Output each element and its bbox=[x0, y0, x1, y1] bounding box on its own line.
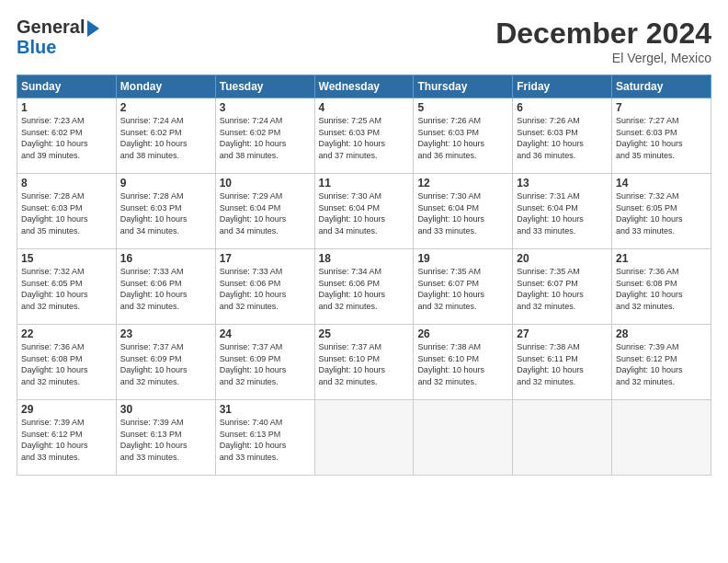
day-info: Sunrise: 7:38 AM Sunset: 6:10 PM Dayligh… bbox=[417, 341, 508, 387]
day-number: 7 bbox=[616, 101, 707, 114]
col-sunday: Sunday bbox=[17, 75, 117, 98]
day-number: 1 bbox=[21, 101, 112, 114]
day-number: 5 bbox=[417, 101, 508, 114]
header: General Blue December 2024 El Vergel, Me… bbox=[17, 17, 711, 65]
calendar-cell: 30Sunrise: 7:39 AM Sunset: 6:13 PM Dayli… bbox=[116, 400, 215, 476]
calendar-week-4: 29Sunrise: 7:39 AM Sunset: 6:12 PM Dayli… bbox=[17, 400, 711, 476]
calendar-cell bbox=[612, 400, 711, 476]
logo-general: General bbox=[17, 17, 85, 37]
day-number: 23 bbox=[120, 327, 211, 340]
calendar-week-3: 22Sunrise: 7:36 AM Sunset: 6:08 PM Dayli… bbox=[17, 325, 711, 400]
day-number: 28 bbox=[616, 327, 707, 340]
col-wednesday: Wednesday bbox=[314, 75, 414, 98]
day-number: 20 bbox=[517, 252, 608, 265]
calendar-cell: 22Sunrise: 7:36 AM Sunset: 6:08 PM Dayli… bbox=[17, 325, 117, 400]
calendar-cell bbox=[314, 400, 414, 476]
day-number: 17 bbox=[220, 252, 311, 265]
calendar-cell: 2Sunrise: 7:24 AM Sunset: 6:02 PM Daylig… bbox=[116, 98, 215, 174]
calendar-week-1: 8Sunrise: 7:28 AM Sunset: 6:03 PM Daylig… bbox=[17, 174, 711, 249]
calendar-cell: 5Sunrise: 7:26 AM Sunset: 6:03 PM Daylig… bbox=[414, 98, 513, 174]
day-info: Sunrise: 7:36 AM Sunset: 6:08 PM Dayligh… bbox=[616, 266, 707, 312]
calendar-cell: 16Sunrise: 7:33 AM Sunset: 6:06 PM Dayli… bbox=[116, 249, 215, 325]
day-info: Sunrise: 7:31 AM Sunset: 6:04 PM Dayligh… bbox=[517, 190, 608, 236]
calendar: Sunday Monday Tuesday Wednesday Thursday… bbox=[17, 75, 711, 476]
day-number: 29 bbox=[21, 403, 112, 416]
day-number: 31 bbox=[220, 403, 311, 416]
calendar-cell: 10Sunrise: 7:29 AM Sunset: 6:04 PM Dayli… bbox=[215, 174, 314, 249]
day-info: Sunrise: 7:24 AM Sunset: 6:02 PM Dayligh… bbox=[220, 115, 311, 161]
day-info: Sunrise: 7:30 AM Sunset: 6:04 PM Dayligh… bbox=[319, 190, 410, 236]
calendar-cell: 20Sunrise: 7:35 AM Sunset: 6:07 PM Dayli… bbox=[513, 249, 612, 325]
calendar-cell: 19Sunrise: 7:35 AM Sunset: 6:07 PM Dayli… bbox=[414, 249, 513, 325]
logo-blue: Blue bbox=[17, 37, 99, 57]
calendar-cell: 26Sunrise: 7:38 AM Sunset: 6:10 PM Dayli… bbox=[414, 325, 513, 400]
day-info: Sunrise: 7:37 AM Sunset: 6:09 PM Dayligh… bbox=[120, 341, 211, 387]
calendar-cell: 18Sunrise: 7:34 AM Sunset: 6:06 PM Dayli… bbox=[314, 249, 414, 325]
day-number: 13 bbox=[517, 177, 608, 190]
day-info: Sunrise: 7:39 AM Sunset: 6:12 PM Dayligh… bbox=[21, 417, 112, 463]
day-info: Sunrise: 7:35 AM Sunset: 6:07 PM Dayligh… bbox=[517, 266, 608, 312]
day-info: Sunrise: 7:23 AM Sunset: 6:02 PM Dayligh… bbox=[21, 115, 112, 161]
logo-text: General Blue bbox=[17, 17, 99, 57]
day-info: Sunrise: 7:39 AM Sunset: 6:12 PM Dayligh… bbox=[616, 341, 707, 387]
day-number: 24 bbox=[220, 327, 311, 340]
day-number: 30 bbox=[120, 403, 211, 416]
calendar-cell: 17Sunrise: 7:33 AM Sunset: 6:06 PM Dayli… bbox=[215, 249, 314, 325]
calendar-cell: 29Sunrise: 7:39 AM Sunset: 6:12 PM Dayli… bbox=[17, 400, 117, 476]
location: El Vergel, Mexico bbox=[495, 51, 711, 65]
day-info: Sunrise: 7:28 AM Sunset: 6:03 PM Dayligh… bbox=[120, 190, 211, 236]
col-monday: Monday bbox=[116, 75, 215, 98]
calendar-header-row: Sunday Monday Tuesday Wednesday Thursday… bbox=[17, 75, 711, 98]
calendar-cell: 31Sunrise: 7:40 AM Sunset: 6:13 PM Dayli… bbox=[215, 400, 314, 476]
calendar-week-0: 1Sunrise: 7:23 AM Sunset: 6:02 PM Daylig… bbox=[17, 98, 711, 174]
day-number: 3 bbox=[220, 101, 311, 114]
day-number: 21 bbox=[616, 252, 707, 265]
day-info: Sunrise: 7:36 AM Sunset: 6:08 PM Dayligh… bbox=[21, 341, 112, 387]
calendar-cell: 23Sunrise: 7:37 AM Sunset: 6:09 PM Dayli… bbox=[116, 325, 215, 400]
day-number: 26 bbox=[417, 327, 508, 340]
day-info: Sunrise: 7:33 AM Sunset: 6:06 PM Dayligh… bbox=[220, 266, 311, 312]
logo-arrow-icon bbox=[87, 20, 99, 37]
calendar-cell: 21Sunrise: 7:36 AM Sunset: 6:08 PM Dayli… bbox=[612, 249, 711, 325]
calendar-cell: 27Sunrise: 7:38 AM Sunset: 6:11 PM Dayli… bbox=[513, 325, 612, 400]
calendar-cell: 3Sunrise: 7:24 AM Sunset: 6:02 PM Daylig… bbox=[215, 98, 314, 174]
day-info: Sunrise: 7:26 AM Sunset: 6:03 PM Dayligh… bbox=[417, 115, 508, 161]
day-info: Sunrise: 7:28 AM Sunset: 6:03 PM Dayligh… bbox=[21, 190, 112, 236]
day-number: 6 bbox=[517, 101, 608, 114]
day-number: 4 bbox=[319, 101, 410, 114]
day-number: 16 bbox=[120, 252, 211, 265]
calendar-cell: 28Sunrise: 7:39 AM Sunset: 6:12 PM Dayli… bbox=[612, 325, 711, 400]
day-number: 14 bbox=[616, 177, 707, 190]
day-number: 18 bbox=[319, 252, 410, 265]
day-info: Sunrise: 7:40 AM Sunset: 6:13 PM Dayligh… bbox=[220, 417, 311, 463]
day-info: Sunrise: 7:25 AM Sunset: 6:03 PM Dayligh… bbox=[319, 115, 410, 161]
day-info: Sunrise: 7:24 AM Sunset: 6:02 PM Dayligh… bbox=[120, 115, 211, 161]
calendar-cell: 1Sunrise: 7:23 AM Sunset: 6:02 PM Daylig… bbox=[17, 98, 117, 174]
calendar-cell bbox=[513, 400, 612, 476]
calendar-cell: 12Sunrise: 7:30 AM Sunset: 6:04 PM Dayli… bbox=[414, 174, 513, 249]
day-info: Sunrise: 7:37 AM Sunset: 6:10 PM Dayligh… bbox=[319, 341, 410, 387]
calendar-cell: 13Sunrise: 7:31 AM Sunset: 6:04 PM Dayli… bbox=[513, 174, 612, 249]
calendar-cell: 9Sunrise: 7:28 AM Sunset: 6:03 PM Daylig… bbox=[116, 174, 215, 249]
day-info: Sunrise: 7:34 AM Sunset: 6:06 PM Dayligh… bbox=[319, 266, 410, 312]
day-number: 19 bbox=[417, 252, 508, 265]
col-friday: Friday bbox=[513, 75, 612, 98]
day-info: Sunrise: 7:32 AM Sunset: 6:05 PM Dayligh… bbox=[616, 190, 707, 236]
day-number: 2 bbox=[120, 101, 211, 114]
day-number: 8 bbox=[21, 177, 112, 190]
col-saturday: Saturday bbox=[612, 75, 711, 98]
calendar-cell: 4Sunrise: 7:25 AM Sunset: 6:03 PM Daylig… bbox=[314, 98, 414, 174]
day-info: Sunrise: 7:30 AM Sunset: 6:04 PM Dayligh… bbox=[417, 190, 508, 236]
calendar-cell: 24Sunrise: 7:37 AM Sunset: 6:09 PM Dayli… bbox=[215, 325, 314, 400]
day-number: 22 bbox=[21, 327, 112, 340]
calendar-cell: 25Sunrise: 7:37 AM Sunset: 6:10 PM Dayli… bbox=[314, 325, 414, 400]
day-info: Sunrise: 7:33 AM Sunset: 6:06 PM Dayligh… bbox=[120, 266, 211, 312]
day-number: 9 bbox=[120, 177, 211, 190]
calendar-cell: 8Sunrise: 7:28 AM Sunset: 6:03 PM Daylig… bbox=[17, 174, 117, 249]
day-info: Sunrise: 7:35 AM Sunset: 6:07 PM Dayligh… bbox=[417, 266, 508, 312]
day-number: 27 bbox=[517, 327, 608, 340]
day-info: Sunrise: 7:39 AM Sunset: 6:13 PM Dayligh… bbox=[120, 417, 211, 463]
title-section: December 2024 El Vergel, Mexico bbox=[495, 17, 711, 65]
day-number: 10 bbox=[220, 177, 311, 190]
day-info: Sunrise: 7:29 AM Sunset: 6:04 PM Dayligh… bbox=[220, 190, 311, 236]
